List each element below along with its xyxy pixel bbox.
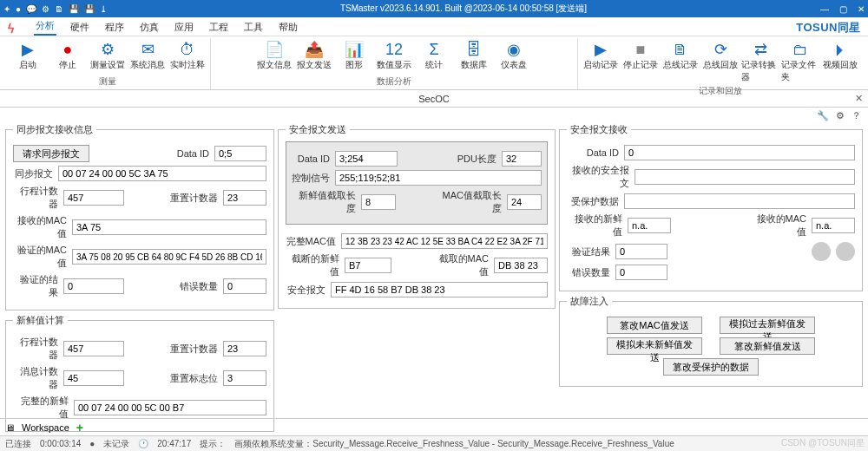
fault-protected-button[interactable]: 篡改受保护的数据 <box>663 358 759 376</box>
tool-gear-icon[interactable]: ⚙ <box>836 110 845 121</box>
tb-icon-2[interactable]: ● <box>16 4 21 14</box>
ribbon-button[interactable]: ⇄记录转换器 <box>741 38 779 85</box>
fresh-full-input[interactable] <box>74 400 266 415</box>
minimize-icon[interactable]: — <box>820 4 829 14</box>
ribbon-button[interactable]: ✉系统消息 <box>128 38 167 73</box>
send-pdu-len-input[interactable] <box>502 151 542 167</box>
ribbon-button[interactable]: 🗀记录文件夹 <box>781 38 819 85</box>
ribbon-button[interactable]: ⏱实时注释 <box>168 38 207 73</box>
tb-icon-4[interactable]: ⚙ <box>42 4 49 14</box>
status-led-1 <box>812 242 831 261</box>
tab-analysis[interactable]: 分析 <box>34 17 56 36</box>
sync-msg-input[interactable] <box>58 166 266 181</box>
recv-data-id-input[interactable] <box>624 145 855 160</box>
send-data-id-input[interactable] <box>335 151 398 167</box>
tab-help[interactable]: 帮助 <box>277 19 299 36</box>
freshness-calc-group: 新鲜值计算 行程计数器 重置计数器 消息计数器 重置标志位 完整的新鲜值 <box>5 314 274 432</box>
fault-future-fresh-button[interactable]: 模拟未来新鲜值发送 <box>607 337 702 355</box>
ribbon-button[interactable]: 🗄数据库 <box>455 38 493 73</box>
fault-fresh-button[interactable]: 篡改新鲜值发送 <box>720 337 815 355</box>
ribbon-button[interactable]: ▶启动记录 <box>582 38 620 85</box>
ribbon-button[interactable]: ⏵视频回放 <box>821 38 859 85</box>
fresh-flag-input[interactable] <box>223 370 266 386</box>
fault-past-fresh-button[interactable]: 模拟过去新鲜值发送 <box>720 317 815 334</box>
ribbon-button[interactable]: ▶启动 <box>9 38 47 73</box>
fresh-trip-input[interactable] <box>63 341 124 356</box>
close-icon[interactable]: ✕ <box>858 4 865 14</box>
tb-icon-1[interactable]: ✦ <box>3 4 10 14</box>
send-full-mac-input[interactable] <box>341 233 548 249</box>
ribbon-label: 统计 <box>425 59 443 71</box>
tab-project[interactable]: 工程 <box>207 19 230 36</box>
tb-icon-6[interactable]: 💾 <box>69 4 79 14</box>
label: 同步报文 <box>13 167 53 180</box>
ribbon-icon: ◉ <box>507 40 521 59</box>
ribbon-button[interactable]: ⚙测量设置 <box>89 38 127 73</box>
recv-result-input[interactable] <box>615 244 667 259</box>
label: 消息计数器 <box>13 365 58 391</box>
send-sec-msg-input[interactable] <box>331 282 548 297</box>
status-led-2 <box>836 242 855 261</box>
tab-program[interactable]: 程序 <box>103 19 126 36</box>
label: 完整MAC值 <box>286 235 336 248</box>
ribbon-button[interactable]: 12数值显示 <box>375 38 413 73</box>
workspace-tab[interactable]: Workspace <box>22 422 69 433</box>
ribbon-button[interactable]: 📊图形 <box>335 38 373 73</box>
tb-icon-7[interactable]: 💾 <box>84 4 95 14</box>
ribbon-button[interactable]: Σ统计 <box>415 38 453 73</box>
panel-close-icon[interactable]: ✕ <box>855 93 863 104</box>
send-ctrl-input[interactable] <box>335 170 542 186</box>
tool-help-icon[interactable]: ？ <box>852 109 861 122</box>
sync-data-id-input[interactable] <box>214 146 266 161</box>
label: 接收的MAC值 <box>751 212 806 239</box>
send-trunc-mac-input[interactable] <box>494 258 548 273</box>
recv-sec-input[interactable] <box>635 169 855 185</box>
sync-recv-mac-input[interactable] <box>72 219 266 235</box>
tb-icon-3[interactable]: 💬 <box>26 4 36 14</box>
fresh-reset-input[interactable] <box>223 341 266 356</box>
send-mac-len-input[interactable] <box>507 194 542 210</box>
sync-trip-input[interactable] <box>63 190 124 206</box>
fresh-msg-input[interactable] <box>63 370 124 386</box>
send-fresh-len-input[interactable] <box>361 194 396 210</box>
tab-tools[interactable]: 工具 <box>242 19 265 36</box>
ribbon-button[interactable]: 📤报文发送 <box>295 38 333 73</box>
sync-reset-input[interactable] <box>223 190 266 206</box>
ribbon-button[interactable]: ⟳总线回放 <box>701 38 740 85</box>
sync-verify-mac-input[interactable] <box>72 249 266 265</box>
ribbon-icon: ⇄ <box>754 40 767 59</box>
fault-mac-button[interactable]: 篡改MAC值发送 <box>607 317 702 334</box>
sync-result-input[interactable] <box>63 278 124 294</box>
group-legend: 同步报文接收信息 <box>13 123 96 136</box>
workspace-icon[interactable]: 🖥 <box>5 422 15 433</box>
maximize-icon[interactable]: ▢ <box>839 4 847 14</box>
recv-prot-input[interactable] <box>624 193 855 209</box>
tb-icon-5[interactable]: 🗎 <box>55 4 63 14</box>
tab-application[interactable]: 应用 <box>173 19 195 36</box>
ribbon-button[interactable]: ◉仪表盘 <box>495 38 533 73</box>
secure-send-group: 安全报文发送 Data ID PDU长度 控制信号 新鲜值截取长度 MAC值截取… <box>278 123 556 309</box>
recv-mac-input[interactable] <box>812 218 855 233</box>
add-workspace-button[interactable]: + <box>76 421 83 435</box>
request-sync-button[interactable]: 请求同步报文 <box>13 145 89 162</box>
tool-wrench-icon[interactable]: 🔧 <box>817 110 829 121</box>
recv-err-input[interactable] <box>615 265 667 280</box>
label: 截断的新鲜值 <box>286 252 339 278</box>
ribbon-group-measure: ▶启动●停止⚙测量设置✉系统消息⏱实时注释 测量 <box>5 38 211 89</box>
ribbon-button[interactable]: 📄报文信息 <box>255 38 293 73</box>
ribbon-button[interactable]: ■停止记录 <box>621 38 660 85</box>
ribbon-icon: 🗎 <box>673 40 688 59</box>
ribbon-label: 数值显示 <box>377 59 411 71</box>
ribbon-button[interactable]: 🗎总线记录 <box>661 38 700 85</box>
ribbon-label: 视频回放 <box>823 59 858 71</box>
ribbon-button[interactable]: ●停止 <box>49 38 87 73</box>
sync-err-input[interactable] <box>223 278 266 294</box>
tb-icon-8[interactable]: ⤓ <box>100 4 107 14</box>
send-config-box: Data ID PDU长度 控制信号 新鲜值截取长度 MAC值截取长度 <box>286 141 548 225</box>
ribbon-label: 测量设置 <box>90 59 125 71</box>
send-trunc-fresh-input[interactable] <box>345 258 391 273</box>
tab-hardware[interactable]: 硬件 <box>69 19 91 36</box>
secure-receive-group: 安全报文接收 Data ID 接收的安全报文 受保护数据 接收的新鲜值 接收的M… <box>559 123 863 291</box>
recv-fresh-input[interactable] <box>628 218 671 233</box>
tab-simulation[interactable]: 仿真 <box>138 19 161 36</box>
